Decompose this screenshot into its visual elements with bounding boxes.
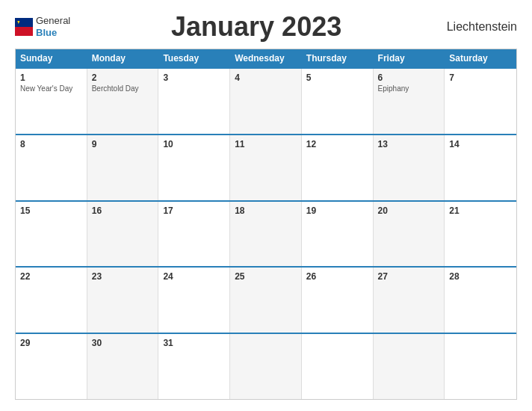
day-number: 1 xyxy=(20,72,82,83)
day-cell: 25 xyxy=(230,268,302,333)
day-cell: 27 xyxy=(374,268,445,333)
svg-rect-0 xyxy=(15,18,33,27)
weeks: 1New Year's Day2Berchtold Day3456Epiphan… xyxy=(16,67,516,399)
day-cell: 28 xyxy=(445,268,516,333)
day-cell: 7 xyxy=(445,69,516,134)
day-cell: 3 xyxy=(158,69,230,134)
day-cell: 31 xyxy=(158,334,230,399)
month-title: January 2023 xyxy=(70,11,442,43)
day-cell: 17 xyxy=(158,202,230,267)
day-number: 13 xyxy=(378,139,440,149)
calendar-grid: SundayMondayTuesdayWednesdayThursdayFrid… xyxy=(15,49,517,400)
day-cell: 12 xyxy=(302,135,374,200)
day-cell: 4 xyxy=(230,69,302,134)
day-cell: 22 xyxy=(16,268,87,333)
day-number: 22 xyxy=(20,271,82,282)
day-number: 20 xyxy=(378,206,440,216)
calendar-container: General Blue January 2023 Liechtenstein … xyxy=(0,0,532,411)
day-number: 19 xyxy=(306,206,368,216)
holiday-name: New Year's Day xyxy=(20,84,82,93)
day-header-friday: Friday xyxy=(374,49,445,67)
day-cell xyxy=(302,334,374,399)
day-header-tuesday: Tuesday xyxy=(158,49,230,67)
day-cell: 9 xyxy=(87,135,159,200)
calendar-header: General Blue January 2023 Liechtenstein xyxy=(15,11,517,43)
logo: General Blue xyxy=(15,15,70,38)
day-number: 9 xyxy=(92,139,154,149)
day-cell: 20 xyxy=(374,202,445,267)
week-row-1: 1New Year's Day2Berchtold Day3456Epiphan… xyxy=(16,67,516,134)
day-number: 11 xyxy=(235,139,297,149)
week-row-4: 22232425262728 xyxy=(16,266,516,333)
week-row-3: 15161718192021 xyxy=(16,200,516,267)
day-number: 5 xyxy=(306,72,368,83)
day-number: 18 xyxy=(235,206,297,216)
logo-flag-icon xyxy=(15,18,33,36)
day-number: 25 xyxy=(235,271,297,282)
day-number: 4 xyxy=(235,72,297,83)
day-cell: 18 xyxy=(230,202,302,267)
holiday-name: Berchtold Day xyxy=(92,84,154,93)
logo-text: General Blue xyxy=(36,15,70,38)
day-cell: 10 xyxy=(158,135,230,200)
day-cell: 29 xyxy=(16,334,87,399)
day-number: 10 xyxy=(163,139,225,149)
country-label: Liechtenstein xyxy=(442,20,517,34)
day-number: 30 xyxy=(92,338,154,348)
day-cell: 1New Year's Day xyxy=(16,69,87,134)
day-number: 16 xyxy=(92,206,154,216)
day-header-wednesday: Wednesday xyxy=(230,49,302,67)
day-cell: 24 xyxy=(158,268,230,333)
week-row-2: 891011121314 xyxy=(16,134,516,200)
day-number: 7 xyxy=(449,72,512,83)
day-cell: 14 xyxy=(445,135,516,200)
day-cell: 2Berchtold Day xyxy=(87,69,159,134)
day-cell xyxy=(445,334,516,399)
day-cell: 5 xyxy=(302,69,374,134)
day-headers: SundayMondayTuesdayWednesdayThursdayFrid… xyxy=(16,49,516,67)
day-number: 31 xyxy=(163,338,225,348)
day-number: 23 xyxy=(92,271,154,282)
holiday-name: Epiphany xyxy=(378,84,440,93)
day-cell: 19 xyxy=(302,202,374,267)
day-cell: 6Epiphany xyxy=(374,69,445,134)
day-number: 28 xyxy=(449,271,512,282)
day-cell: 8 xyxy=(16,135,87,200)
day-cell: 23 xyxy=(87,268,159,333)
day-number: 26 xyxy=(306,271,368,282)
day-cell: 15 xyxy=(16,202,87,267)
day-cell xyxy=(374,334,445,399)
logo-general: General xyxy=(36,15,70,27)
day-cell: 16 xyxy=(87,202,159,267)
day-number: 29 xyxy=(20,338,82,348)
day-cell xyxy=(230,334,302,399)
day-number: 6 xyxy=(378,72,440,83)
day-cell: 26 xyxy=(302,268,374,333)
day-number: 21 xyxy=(449,206,512,216)
day-header-saturday: Saturday xyxy=(445,49,516,67)
day-header-sunday: Sunday xyxy=(16,49,87,67)
svg-rect-1 xyxy=(15,27,33,36)
day-number: 15 xyxy=(20,206,82,216)
day-cell: 30 xyxy=(87,334,159,399)
day-number: 24 xyxy=(163,271,225,282)
day-number: 17 xyxy=(163,206,225,216)
day-number: 27 xyxy=(378,271,440,282)
day-number: 14 xyxy=(449,139,512,149)
day-cell: 21 xyxy=(445,202,516,267)
day-number: 2 xyxy=(92,72,154,83)
week-row-5: 293031 xyxy=(16,333,516,399)
day-number: 12 xyxy=(306,139,368,149)
day-cell: 13 xyxy=(374,135,445,200)
day-number: 8 xyxy=(20,139,82,149)
day-header-monday: Monday xyxy=(87,49,159,67)
day-cell: 11 xyxy=(230,135,302,200)
day-header-thursday: Thursday xyxy=(302,49,374,67)
logo-blue: Blue xyxy=(36,27,70,39)
day-number: 3 xyxy=(163,72,225,83)
